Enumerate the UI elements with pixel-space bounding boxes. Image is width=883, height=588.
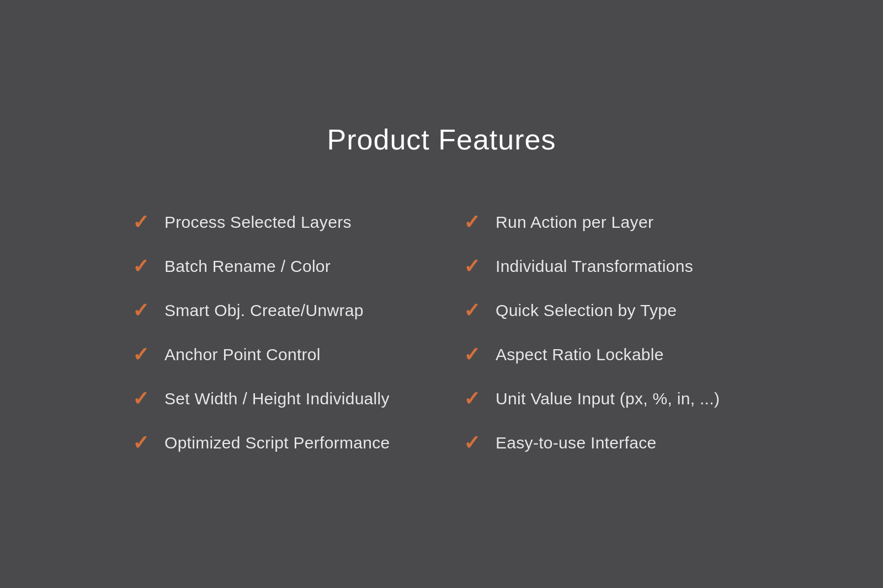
- checkmark-icon-easy-to-use-interface: ✓: [464, 433, 480, 453]
- feature-item-batch-rename-color: ✓Batch Rename / Color: [110, 244, 442, 288]
- checkmark-icon-optimized-script-performance: ✓: [132, 433, 149, 453]
- features-grid: ✓Process Selected Layers✓Run Action per …: [110, 200, 773, 465]
- feature-label-anchor-point-control: Anchor Point Control: [164, 345, 321, 364]
- checkmark-icon-quick-selection-by-type: ✓: [464, 301, 480, 320]
- checkmark-icon-anchor-point-control: ✓: [132, 345, 149, 365]
- feature-item-optimized-script-performance: ✓Optimized Script Performance: [110, 421, 442, 465]
- feature-label-set-width-height-individually: Set Width / Height Individually: [164, 389, 390, 408]
- feature-item-individual-transformations: ✓Individual Transformations: [442, 244, 773, 288]
- checkmark-icon-smart-obj-create-unwrap: ✓: [132, 301, 149, 320]
- feature-item-aspect-ratio-lockable: ✓Aspect Ratio Lockable: [442, 333, 773, 377]
- checkmark-icon-aspect-ratio-lockable: ✓: [464, 345, 480, 365]
- feature-label-batch-rename-color: Batch Rename / Color: [164, 257, 331, 276]
- feature-label-optimized-script-performance: Optimized Script Performance: [164, 434, 390, 452]
- checkmark-icon-batch-rename-color: ✓: [132, 256, 149, 276]
- page-title: Product Features: [327, 123, 556, 156]
- feature-label-run-action-per-layer: Run Action per Layer: [496, 213, 653, 232]
- feature-label-smart-obj-create-unwrap: Smart Obj. Create/Unwrap: [164, 301, 364, 320]
- checkmark-icon-individual-transformations: ✓: [464, 256, 480, 276]
- feature-label-easy-to-use-interface: Easy-to-use Interface: [496, 434, 656, 452]
- feature-item-process-selected-layers: ✓Process Selected Layers: [110, 200, 442, 244]
- checkmark-icon-set-width-height-individually: ✓: [132, 389, 149, 409]
- feature-label-quick-selection-by-type: Quick Selection by Type: [496, 301, 677, 320]
- feature-item-anchor-point-control: ✓Anchor Point Control: [110, 333, 442, 377]
- checkmark-icon-unit-value-input: ✓: [464, 389, 480, 409]
- feature-item-unit-value-input: ✓Unit Value Input (px, %, in, ...): [442, 377, 773, 421]
- feature-item-quick-selection-by-type: ✓Quick Selection by Type: [442, 288, 773, 333]
- feature-item-smart-obj-create-unwrap: ✓Smart Obj. Create/Unwrap: [110, 288, 442, 333]
- feature-label-individual-transformations: Individual Transformations: [496, 257, 693, 276]
- checkmark-icon-run-action-per-layer: ✓: [464, 212, 480, 232]
- feature-label-aspect-ratio-lockable: Aspect Ratio Lockable: [496, 345, 664, 364]
- feature-label-unit-value-input: Unit Value Input (px, %, in, ...): [496, 389, 720, 408]
- feature-item-easy-to-use-interface: ✓Easy-to-use Interface: [442, 421, 773, 465]
- feature-item-set-width-height-individually: ✓Set Width / Height Individually: [110, 377, 442, 421]
- feature-label-process-selected-layers: Process Selected Layers: [164, 213, 352, 232]
- checkmark-icon-process-selected-layers: ✓: [132, 212, 149, 232]
- feature-item-run-action-per-layer: ✓Run Action per Layer: [442, 200, 773, 244]
